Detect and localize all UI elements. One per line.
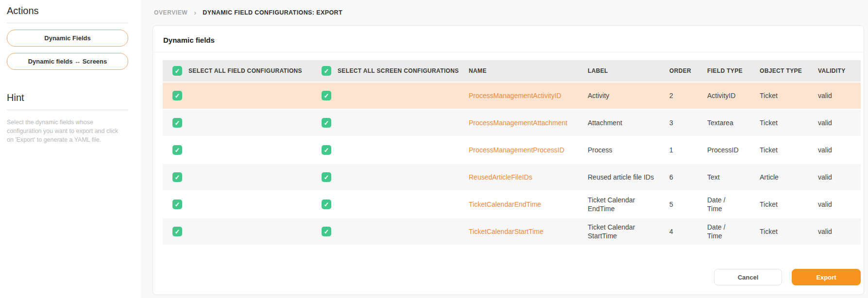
label-cell: Ticket Calendar StartTime [581, 223, 663, 240]
label-cell: Ticket Calendar EndTime [581, 196, 663, 213]
export-button[interactable]: Export [792, 269, 861, 285]
dynamic-fields-card: Dynamic fields ✓ SELECT ALL FIELD CONFIG… [153, 25, 864, 295]
breadcrumb: OVERVIEW › DYNAMIC FIELD CONFIGURATIONS:… [141, 0, 868, 25]
screen-config-checkbox[interactable]: ✓ [322, 172, 331, 182]
label-cell: Process [581, 146, 663, 154]
check-icon: ✓ [324, 229, 329, 235]
name-cell: TicketCalendarEndTime [462, 200, 581, 209]
order-cell: 1 [663, 146, 700, 154]
field-config-checkbox[interactable]: ✓ [172, 227, 182, 236]
card-footer: Cancel Export [163, 269, 861, 285]
field-config-checkbox[interactable]: ✓ [172, 91, 182, 100]
breadcrumb-overview-link[interactable]: OVERVIEW [154, 9, 187, 16]
header-validity: VALIDITY [811, 67, 861, 74]
table-header-row: ✓ SELECT ALL FIELD CONFIGURATIONS ✓ SELE… [163, 60, 861, 82]
dynamic-field-name-link[interactable]: TicketCalendarEndTime [469, 200, 541, 208]
select-all-screen-checkbox[interactable]: ✓ [322, 66, 331, 76]
field-config-checkbox[interactable]: ✓ [172, 172, 182, 182]
screen-config-checkbox[interactable]: ✓ [322, 227, 331, 236]
check-icon: ✓ [175, 147, 180, 153]
object-type-cell: Ticket [753, 227, 811, 236]
check-icon: ✓ [175, 174, 180, 181]
hint-section: Hint Select the dynamic fields whose con… [7, 92, 128, 144]
label-cell: Reused article file IDs [581, 173, 663, 182]
dynamic-field-name-link[interactable]: ProcessManagementActivityID [469, 92, 562, 99]
header-select-all-screen: ✓ SELECT ALL SCREEN CONFIGURATIONS [311, 66, 462, 76]
object-type-cell: Ticket [753, 200, 811, 209]
name-cell: ProcessManagementActivityID [462, 91, 581, 100]
validity-cell: valid [811, 146, 861, 154]
field-config-cell: ✓ [163, 91, 311, 100]
order-cell: 6 [663, 173, 700, 182]
screen-config-cell: ✓ [311, 227, 462, 236]
dynamic-field-name-link[interactable]: ProcessManagementAttachment [469, 119, 567, 127]
screen-config-checkbox[interactable]: ✓ [322, 118, 331, 128]
field-type-cell: Date / Time [700, 196, 753, 213]
screen-config-cell: ✓ [311, 199, 462, 209]
dynamic-field-name-link[interactable]: TicketCalendarStartTime [469, 228, 544, 235]
screen-config-checkbox[interactable]: ✓ [322, 145, 331, 155]
actions-heading: Actions [7, 5, 128, 17]
dynamic-field-name-link[interactable]: ReusedArticleFileIDs [469, 173, 532, 181]
header-select-all-field-label: SELECT ALL FIELD CONFIGURATIONS [188, 67, 302, 74]
table-row[interactable]: ✓ ✓ ReusedArticleFileIDs Reused article … [163, 164, 861, 190]
order-cell: 4 [663, 227, 700, 236]
screen-config-cell: ✓ [311, 118, 462, 128]
header-label: LABEL [581, 67, 663, 74]
check-icon: ✓ [174, 68, 180, 74]
divider [7, 23, 128, 23]
header-select-all-field: ✓ SELECT ALL FIELD CONFIGURATIONS [163, 66, 311, 76]
name-cell: ReusedArticleFileIDs [462, 173, 581, 182]
field-config-checkbox[interactable]: ✓ [172, 145, 182, 155]
table-row[interactable]: ✓ ✓ TicketCalendarStartTime Ticket Calen… [163, 218, 861, 245]
object-type-cell: Ticket [753, 91, 811, 100]
name-cell: TicketCalendarStartTime [462, 227, 581, 236]
field-type-cell: Date / Time [700, 223, 753, 240]
name-cell: ProcessManagementAttachment [462, 118, 581, 127]
field-config-cell: ✓ [163, 118, 311, 128]
cancel-button[interactable]: Cancel [714, 269, 782, 285]
header-name: NAME [462, 67, 581, 74]
dynamic-field-name-link[interactable]: ProcessManagementProcessID [469, 146, 564, 154]
field-type-cell: ActivityID [700, 91, 753, 100]
field-config-cell: ✓ [163, 145, 311, 155]
dynamic-fields-button[interactable]: Dynamic Fields [7, 30, 128, 47]
field-type-cell: Text [700, 173, 753, 182]
check-icon: ✓ [324, 120, 329, 126]
validity-cell: valid [811, 200, 861, 209]
check-icon: ✓ [324, 201, 329, 208]
validity-cell: valid [811, 118, 861, 127]
table-row[interactable]: ✓ ✓ ProcessManagementAttachment Attachme… [163, 110, 861, 136]
validity-cell: valid [811, 227, 861, 236]
main-content: OVERVIEW › DYNAMIC FIELD CONFIGURATIONS:… [141, 0, 868, 298]
order-cell: 3 [663, 118, 700, 127]
screen-config-cell: ✓ [311, 91, 462, 100]
header-select-all-screen-label: SELECT ALL SCREEN CONFIGURATIONS [338, 67, 459, 74]
order-cell: 2 [663, 91, 700, 100]
dynamic-fields-screens-button[interactable]: Dynamic fields ↔ Screens [7, 53, 128, 70]
dynamic-fields-table: ✓ SELECT ALL FIELD CONFIGURATIONS ✓ SELE… [163, 60, 861, 245]
check-icon: ✓ [175, 120, 180, 126]
label-cell: Activity [581, 91, 663, 100]
table-row[interactable]: ✓ ✓ TicketCalendarEndTime Ticket Calenda… [163, 191, 861, 217]
screen-config-checkbox[interactable]: ✓ [322, 91, 331, 100]
object-type-cell: Article [753, 173, 811, 182]
field-config-cell: ✓ [163, 199, 311, 209]
field-config-checkbox[interactable]: ✓ [172, 199, 182, 209]
screen-config-checkbox[interactable]: ✓ [322, 199, 331, 209]
check-icon: ✓ [175, 201, 180, 208]
field-config-checkbox[interactable]: ✓ [172, 118, 182, 128]
object-type-cell: Ticket [753, 118, 811, 127]
screen-config-cell: ✓ [311, 172, 462, 182]
check-icon: ✓ [175, 93, 180, 99]
chevron-right-icon: › [194, 8, 196, 17]
table-row[interactable]: ✓ ✓ ProcessManagementProcessID Process 1… [163, 137, 861, 163]
select-all-field-checkbox[interactable]: ✓ [172, 66, 182, 76]
breadcrumb-current: DYNAMIC FIELD CONFIGURATIONS: EXPORT [203, 9, 342, 16]
screen-config-cell: ✓ [311, 145, 462, 155]
table-row[interactable]: ✓ ✓ ProcessManagementActivityID Activity… [163, 83, 861, 109]
check-icon: ✓ [324, 174, 329, 181]
field-config-cell: ✓ [163, 227, 311, 236]
label-cell: Attachment [581, 118, 663, 127]
order-cell: 5 [663, 200, 700, 209]
